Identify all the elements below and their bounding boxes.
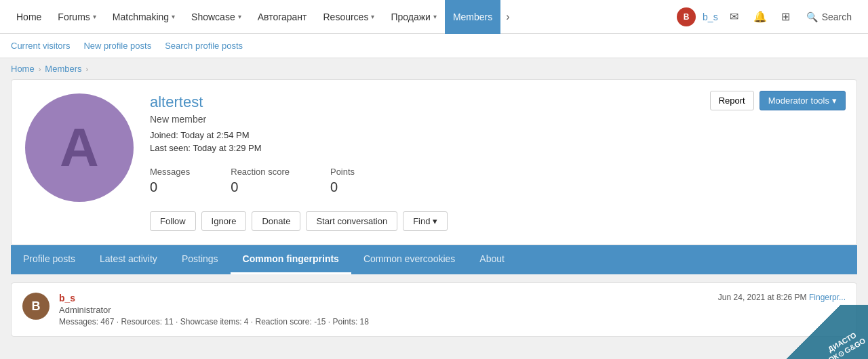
breadcrumb-home[interactable]: Home xyxy=(11,64,35,74)
stat-messages-label: Messages xyxy=(150,167,190,177)
profile-info: altertest New member Joined: Today at 2:… xyxy=(150,93,843,231)
content-area: B b_s Administrator Messages: 467 · Reso… xyxy=(11,282,857,337)
stat-reaction: Reaction score 0 xyxy=(231,167,290,195)
profile-card: A altertest New member Joined: Today at … xyxy=(11,79,857,245)
donate-button[interactable]: Donate xyxy=(252,211,300,231)
profile-role: New member xyxy=(150,114,843,125)
breadcrumb-members[interactable]: Members xyxy=(45,64,81,74)
profile-stats: Messages 0 Reaction score 0 Points 0 xyxy=(150,167,843,195)
nav-resources-label: Resources xyxy=(323,12,368,22)
fp-date: Jun 24, 2021 at 8:26 PM Fingerpr... xyxy=(718,293,846,302)
nav-showcase-chevron: ▾ xyxy=(238,13,241,20)
top-navigation: Home Forums ▾ Matchmaking ▾ Showcase ▾ А… xyxy=(0,0,868,34)
nav-matchmaking[interactable]: Matchmaking ▾ xyxy=(104,0,183,34)
subnav-new-profile-posts[interactable]: New profile posts xyxy=(83,34,151,58)
ignore-button[interactable]: Ignore xyxy=(201,211,247,231)
sub-navigation: Current visitors New profile posts Searc… xyxy=(0,34,868,58)
nav-search-button[interactable]: 🔍 Search xyxy=(798,0,860,34)
stat-messages: Messages 0 xyxy=(150,167,190,195)
fp-date-value: Jun 24, 2021 at 8:26 PM xyxy=(718,293,807,302)
mod-tools-chevron-icon: ▾ xyxy=(832,96,837,106)
nav-prodazhi[interactable]: Продажи ▾ xyxy=(382,0,444,34)
profile-avatar: A xyxy=(25,93,134,202)
stat-reaction-value: 0 xyxy=(231,180,290,195)
nav-user-area: B b_s ✉ 🔔 ⊞ xyxy=(674,0,798,34)
fp-user-stats: Messages: 467 · Resources: 11 · Showcase… xyxy=(59,317,846,326)
nav-user-initial: B xyxy=(684,12,690,22)
report-button[interactable]: Report xyxy=(710,91,754,110)
nav-resources-chevron: ▾ xyxy=(371,13,374,20)
nav-matchmaking-label: Matchmaking xyxy=(113,12,169,22)
follow-button[interactable]: Follow xyxy=(150,211,196,231)
profile-joined-label: Joined: xyxy=(150,130,178,140)
nav-search-label: Search xyxy=(822,12,852,22)
nav-members[interactable]: Members xyxy=(445,0,500,34)
nav-autogarant[interactable]: Автогарант xyxy=(250,0,315,34)
nav-showcase-label: Showcase xyxy=(191,12,235,22)
subnav-search-profile-posts[interactable]: Search profile posts xyxy=(165,34,243,58)
stat-points-value: 0 xyxy=(330,180,355,195)
fp-user-avatar: B xyxy=(22,293,50,320)
find-chevron-icon: ▾ xyxy=(433,216,437,226)
nav-forums-label: Forums xyxy=(58,12,90,22)
profile-joined: Joined: Today at 2:54 PM xyxy=(150,130,843,140)
profile-mod-actions: Report Moderator tools ▾ xyxy=(710,91,846,110)
nav-more-button[interactable]: › xyxy=(500,0,515,34)
mod-tools-label: Moderator tools xyxy=(768,96,829,106)
nav-alerts-icon[interactable]: 🔔 xyxy=(748,0,772,34)
profile-tabs: Profile posts Latest activity Postings C… xyxy=(11,245,857,274)
profile-avatar-letter: A xyxy=(60,117,99,179)
subnav-current-visitors[interactable]: Current visitors xyxy=(11,34,70,58)
breadcrumb-sep-2: › xyxy=(86,65,89,73)
fp-fingerprint-link[interactable]: Fingerpr... xyxy=(809,293,846,302)
profile-actions: Follow Ignore Donate Start conversation … xyxy=(150,211,843,231)
breadcrumb-sep-1: › xyxy=(39,65,41,73)
nav-home-label: Home xyxy=(16,12,41,22)
profile-last-seen-label: Last seen: xyxy=(150,143,191,153)
nav-autogarant-label: Автогарант xyxy=(258,12,307,22)
nav-resources[interactable]: Resources ▾ xyxy=(315,0,382,34)
tab-common-evercookies[interactable]: Common evercookies xyxy=(351,245,467,274)
stat-reaction-label: Reaction score xyxy=(231,167,290,177)
nav-forums[interactable]: Forums ▾ xyxy=(50,0,104,34)
nav-user-name[interactable]: b_s xyxy=(700,12,721,22)
nav-prodazhi-chevron: ▾ xyxy=(433,13,437,20)
fp-user-role: Administrator xyxy=(59,305,846,315)
find-button[interactable]: Find ▾ xyxy=(403,211,448,231)
nav-more-settings-icon[interactable]: ⊞ xyxy=(774,0,798,34)
moderator-tools-button[interactable]: Moderator tools ▾ xyxy=(760,91,846,110)
nav-inbox-icon[interactable]: ✉ xyxy=(722,0,747,34)
nav-matchmaking-chevron: ▾ xyxy=(172,13,175,20)
stat-points: Points 0 xyxy=(330,167,355,195)
nav-members-label: Members xyxy=(453,12,492,22)
profile-joined-value: Today at 2:54 PM xyxy=(180,130,249,140)
nav-home[interactable]: Home xyxy=(8,0,50,34)
search-icon: 🔍 xyxy=(806,12,818,22)
nav-prodazhi-label: Продажи xyxy=(391,12,430,22)
stat-messages-value: 0 xyxy=(150,180,190,195)
tab-about[interactable]: About xyxy=(467,245,517,274)
nav-forums-chevron: ▾ xyxy=(93,13,96,20)
nav-showcase[interactable]: Showcase ▾ xyxy=(183,0,250,34)
breadcrumb: Home › Members › xyxy=(0,58,868,79)
tab-postings[interactable]: Postings xyxy=(170,245,231,274)
fp-avatar-letter: B xyxy=(32,299,41,314)
profile-last-seen-value: Today at 3:29 PM xyxy=(193,143,261,153)
tab-profile-posts[interactable]: Profile posts xyxy=(11,245,87,274)
profile-last-seen: Last seen: Today at 3:29 PM xyxy=(150,143,843,153)
nav-user-avatar[interactable]: B xyxy=(677,7,696,26)
find-label: Find xyxy=(413,216,430,226)
start-conversation-button[interactable]: Start conversation xyxy=(306,211,397,231)
fingerprint-row: B b_s Administrator Messages: 467 · Reso… xyxy=(11,282,857,337)
stat-points-label: Points xyxy=(330,167,355,177)
tab-common-fingerprints[interactable]: Common fingerprints xyxy=(231,245,351,274)
tab-latest-activity[interactable]: Latest activity xyxy=(87,245,170,274)
